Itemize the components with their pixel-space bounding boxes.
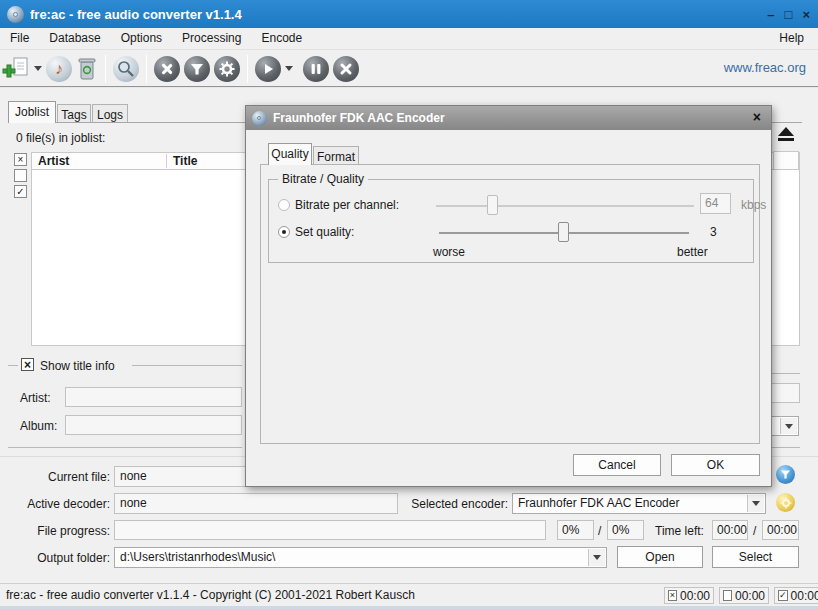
select-all-button[interactable]: × (14, 153, 27, 166)
show-title-info-checkbox[interactable]: × (21, 358, 34, 371)
column-title[interactable]: Title (166, 154, 197, 168)
menu-database[interactable]: Database (39, 28, 110, 49)
add-files-button[interactable] (2, 56, 42, 82)
general-settings-button[interactable] (154, 56, 180, 82)
add-audio-cd-button[interactable]: ♪ (46, 56, 72, 82)
combo-arrow-icon[interactable] (588, 549, 605, 566)
file-progress-bar (114, 520, 546, 540)
play-icon (255, 56, 281, 82)
close-button[interactable]: × (802, 7, 810, 22)
bitrate-slider (436, 205, 694, 207)
toolbar: ♪ (0, 51, 818, 88)
album-field[interactable] (65, 415, 242, 435)
eject-icon (778, 127, 794, 136)
eject-button[interactable] (773, 127, 799, 145)
stop-x-icon (333, 56, 359, 82)
check-icon: ✓ (778, 590, 788, 601)
selected-encoder-combo[interactable]: Fraunhofer FDK AAC Encoder (512, 493, 766, 514)
ok-button[interactable]: OK (671, 454, 760, 476)
combo-arrow-icon[interactable] (747, 495, 764, 512)
start-conversion-button[interactable] (255, 56, 293, 82)
toolbar-separator (146, 55, 147, 83)
toolbar-separator (105, 55, 106, 83)
dialog-tab-format[interactable]: Format (313, 146, 359, 165)
start-conversion-dropdown-icon[interactable] (285, 66, 293, 71)
slash-separator: / (598, 524, 601, 538)
time-total-value: 00:00 (791, 589, 818, 603)
active-decoder-label: Active decoder: (10, 497, 110, 511)
dialog-tab-quality-label: Quality (271, 147, 308, 161)
window-title: fre:ac - free audio converter v1.1.4 (30, 7, 242, 22)
select-folder-button[interactable]: Select (712, 546, 799, 568)
bitrate-quality-group: Bitrate / Quality Bitrate per channel: 6… (268, 179, 754, 263)
file-progress-label: File progress: (10, 524, 110, 538)
website-link[interactable]: www.freac.org (724, 60, 806, 75)
stop-conversion-button[interactable] (333, 56, 359, 82)
tab-tags[interactable]: Tags (57, 104, 91, 123)
select-none-button[interactable] (14, 169, 27, 182)
dialog-close-button[interactable]: × (753, 109, 761, 125)
tab-logs-label: Logs (97, 108, 123, 122)
menu-bar: File Database Options Processing Encode … (0, 28, 818, 50)
time-elapsed-panel: × 00:00 (664, 587, 714, 604)
minimize-button[interactable]: – (767, 7, 774, 22)
processing-status-button[interactable] (776, 465, 795, 484)
active-decoder-field: none (114, 493, 398, 514)
tab-tags-label: Tags (61, 108, 86, 122)
cancel-button[interactable]: Cancel (573, 454, 661, 476)
column-artist[interactable]: Artist (38, 154, 166, 168)
open-folder-button[interactable]: Open (617, 546, 703, 568)
add-files-dropdown-icon[interactable] (34, 66, 42, 71)
pause-conversion-button[interactable] (303, 56, 329, 82)
encoder-config-dialog: Fraunhofer FDK AAC Encoder × Quality For… (245, 105, 772, 487)
signal-processing-button[interactable] (184, 56, 210, 82)
time-left-label: Time left: (655, 524, 704, 538)
trash-icon (76, 56, 98, 82)
combo-arrow-icon[interactable] (780, 418, 797, 434)
maximize-button[interactable]: □ (785, 7, 793, 22)
bitrate-value-field[interactable]: 64 (700, 193, 731, 214)
title-bar: fre:ac - free audio converter v1.1.4 – □… (0, 0, 818, 28)
output-folder-label: Output folder: (10, 551, 110, 565)
menu-processing[interactable]: Processing (172, 28, 251, 49)
slash-separator: / (753, 524, 756, 538)
artist-label: Artist: (20, 391, 51, 405)
remove-all-button[interactable] (76, 56, 98, 82)
artist-field[interactable] (65, 387, 242, 407)
set-quality-radio-label: Set quality: (295, 225, 354, 239)
worse-label: worse (433, 245, 465, 259)
gear-icon (214, 56, 240, 82)
bitrate-radio[interactable] (278, 199, 290, 211)
group-line (8, 365, 18, 366)
better-label: better (677, 245, 708, 259)
show-title-info-label: Show title info (40, 359, 115, 373)
toolbar-separator (247, 55, 248, 83)
output-folder-combo[interactable]: d:\Users\tristanrhodes\Music\ (114, 547, 607, 568)
configure-settings-button[interactable] (214, 56, 240, 82)
tab-logs[interactable]: Logs (92, 104, 128, 123)
tab-joblist[interactable]: Joblist (8, 101, 56, 123)
configure-encoder-button[interactable] (776, 493, 795, 512)
menu-encode[interactable]: Encode (251, 28, 312, 49)
toggle-selection-button[interactable]: ✓ (14, 185, 27, 198)
output-folder-value: d:\Users\tristanrhodes\Music\ (120, 550, 275, 564)
bitrate-slider-thumb[interactable] (487, 195, 498, 215)
time-left-total-value: 00:00 (762, 520, 799, 540)
time-remaining-value: 00:00 (735, 589, 765, 603)
menu-options[interactable]: Options (111, 28, 172, 49)
set-quality-radio[interactable] (278, 226, 290, 238)
cddb-query-button[interactable] (113, 56, 139, 82)
pause-icon (303, 56, 329, 82)
funnel-icon (184, 56, 210, 82)
quality-value: 3 (710, 225, 717, 239)
menu-help[interactable]: Help (773, 28, 810, 49)
gear-icon (780, 497, 792, 509)
quality-slider-thumb[interactable] (558, 222, 569, 242)
wrench-icon (154, 56, 180, 82)
time-left-track-value: 00:00 (712, 520, 748, 540)
selected-encoder-label: Selected encoder: (408, 497, 508, 511)
dialog-tab-quality[interactable]: Quality (268, 143, 312, 165)
progress-total-value: 0% (607, 520, 644, 540)
time-elapsed-value: 00:00 (680, 589, 710, 603)
menu-file[interactable]: File (0, 28, 39, 49)
